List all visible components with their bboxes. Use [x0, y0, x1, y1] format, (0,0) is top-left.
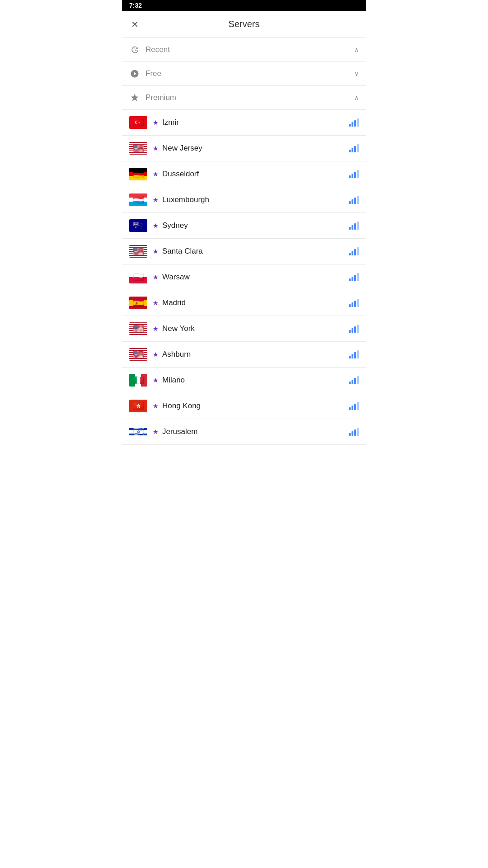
list-item[interactable]: 🇱🇺 ★ Luxembourgh — [122, 187, 366, 213]
country-flag: 🇺🇸 — [129, 348, 147, 361]
signal-indicator — [349, 170, 359, 178]
signal-indicator — [349, 247, 359, 255]
premium-chevron: ∧ — [354, 94, 359, 101]
premium-star-icon: ★ — [153, 274, 159, 281]
premium-star-icon: ★ — [153, 145, 159, 152]
premium-star-icon: ★ — [153, 325, 159, 332]
country-flag: 🇺🇸 — [129, 322, 147, 335]
country-flag: 🇮🇹 — [129, 374, 147, 387]
list-item[interactable]: 🇺🇸 ★ New York — [122, 316, 366, 342]
server-name: Izmir — [162, 118, 349, 127]
server-name: New York — [162, 324, 349, 333]
recent-chevron: ∧ — [354, 46, 359, 53]
free-label: Free — [145, 69, 354, 78]
premium-label: Premium — [145, 93, 354, 102]
list-item[interactable]: 🇺🇸 ★ New Jersey — [122, 136, 366, 161]
server-name: Warsaw — [162, 273, 349, 282]
country-flag: 🇦🇺 — [129, 219, 147, 232]
list-item[interactable]: 🇮🇹 ★ Milano — [122, 368, 366, 393]
premium-star-icon: ★ — [153, 222, 159, 229]
signal-indicator — [349, 118, 359, 127]
signal-indicator — [349, 196, 359, 204]
premium-star-icon: ★ — [153, 299, 159, 307]
country-flag: 🇭🇰 — [129, 400, 147, 412]
signal-indicator — [349, 222, 359, 230]
recent-label: Recent — [145, 45, 354, 54]
free-chevron: ∨ — [354, 70, 359, 77]
list-item[interactable]: 🇦🇺 ★ Sydney — [122, 213, 366, 239]
close-icon: ✕ — [131, 19, 139, 29]
signal-indicator — [349, 325, 359, 333]
recent-icon — [129, 44, 140, 55]
signal-indicator — [349, 376, 359, 384]
free-section-header[interactable]: Free ∨ — [122, 62, 366, 86]
premium-star-icon: ★ — [153, 351, 159, 358]
country-flag: 🇺🇸 — [129, 245, 147, 258]
list-item[interactable]: 🇭🇰 ★ Hong Kong — [122, 393, 366, 419]
country-flag: 🇵🇱 — [129, 271, 147, 283]
server-list: 🇹🇷 ★ Izmir 🇺🇸 ★ New Jersey 🇩🇪 ★ Dus — [122, 110, 366, 445]
premium-star-icon: ★ — [153, 196, 159, 203]
recent-section-header[interactable]: Recent ∧ — [122, 38, 366, 62]
premium-star-icon: ★ — [153, 402, 159, 410]
server-name: Hong Kong — [162, 401, 349, 410]
list-item[interactable]: 🇮🇱 ★ Jerusalem — [122, 419, 366, 445]
list-item[interactable]: 🇩🇪 ★ Dusseldorf — [122, 161, 366, 187]
country-flag: 🇩🇪 — [129, 168, 147, 180]
premium-star-icon: ★ — [153, 170, 159, 178]
free-icon — [129, 68, 140, 79]
list-item[interactable]: 🇹🇷 ★ Izmir — [122, 110, 366, 136]
server-name: Milano — [162, 376, 349, 385]
status-time: 7:32 — [129, 2, 142, 9]
signal-indicator — [349, 428, 359, 436]
signal-indicator — [349, 144, 359, 152]
server-name: Jerusalem — [162, 427, 349, 436]
list-item[interactable]: 🇺🇸 ★ Ashburn — [122, 342, 366, 368]
premium-star-icon: ★ — [153, 248, 159, 255]
country-flag: 🇮🇱 — [129, 425, 147, 438]
server-name: Santa Clara — [162, 247, 349, 256]
country-flag: 🇱🇺 — [129, 193, 147, 206]
server-name: Ashburn — [162, 350, 349, 359]
server-name: Dusseldorf — [162, 170, 349, 179]
country-flag: 🇪🇸 — [129, 297, 147, 309]
list-item[interactable]: 🇵🇱 ★ Warsaw — [122, 264, 366, 290]
server-name: Luxembourgh — [162, 195, 349, 204]
signal-indicator — [349, 350, 359, 359]
server-name: Sydney — [162, 221, 349, 230]
premium-section-header[interactable]: Premium ∧ — [122, 86, 366, 110]
premium-star-icon: ★ — [153, 119, 159, 126]
country-flag: 🇺🇸 — [129, 142, 147, 155]
server-name: New Jersey — [162, 144, 349, 153]
close-button[interactable]: ✕ — [129, 17, 141, 32]
list-item[interactable]: 🇺🇸 ★ Santa Clara — [122, 239, 366, 264]
premium-star-icon: ★ — [153, 377, 159, 384]
country-flag: 🇹🇷 — [129, 116, 147, 129]
premium-star-icon: ★ — [153, 428, 159, 435]
status-bar: 7:32 — [122, 0, 366, 11]
list-item[interactable]: 🇪🇸 ★ Madrid — [122, 290, 366, 316]
premium-icon — [129, 92, 140, 103]
signal-indicator — [349, 273, 359, 281]
server-name: Madrid — [162, 298, 349, 307]
signal-indicator — [349, 402, 359, 410]
header: ✕ Servers — [122, 11, 366, 38]
signal-indicator — [349, 299, 359, 307]
page-title: Servers — [229, 19, 260, 29]
